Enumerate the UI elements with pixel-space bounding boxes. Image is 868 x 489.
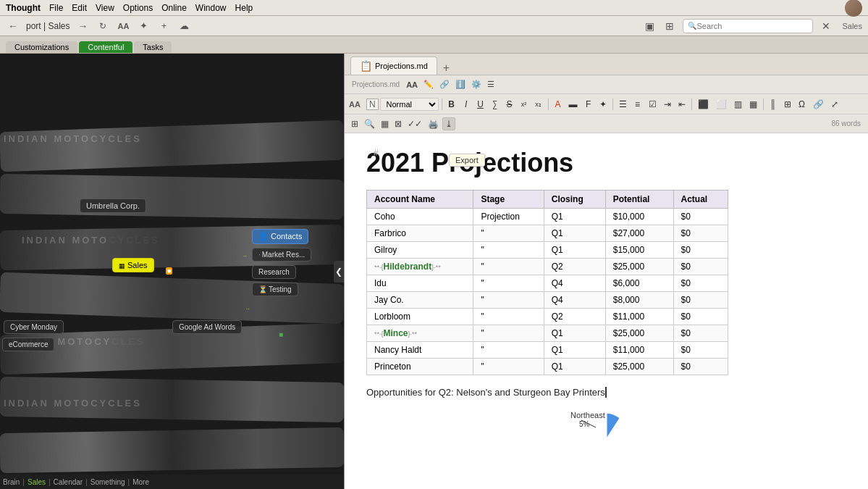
small-icon-1: ■ [279, 330, 283, 338]
expand-button[interactable]: ⤢ [828, 99, 841, 110]
search-clear-button[interactable]: ✕ [819, 19, 833, 33]
info-button[interactable]: ℹ️ [453, 79, 468, 90]
code-button[interactable]: ∑ [489, 99, 502, 110]
menu-online[interactable]: Online [161, 3, 187, 13]
outdent-button[interactable]: ⇤ [675, 99, 688, 110]
view-single-button[interactable]: ▣ [642, 19, 657, 33]
cell-actual: $0 [673, 342, 728, 359]
export-button[interactable]: ⤓ [442, 117, 455, 130]
tab-customizations[interactable]: Customizations [6, 41, 77, 53]
sync-button[interactable]: ☁ [177, 19, 191, 33]
node-testing[interactable]: ⏳Testing [252, 283, 298, 296]
cell-potential: $25,000 [605, 325, 673, 342]
notes-content[interactable]: # 2021 Projections Account Name Stage Cl… [345, 133, 868, 489]
search-box[interactable]: 🔍 [683, 19, 813, 33]
left-tab-something[interactable]: Something [90, 478, 125, 486]
node-ecommerce[interactable]: eCommerce [2, 338, 54, 351]
notes-tab-projections[interactable]: 📋 Projections.md [350, 57, 437, 75]
sidebar-toggle[interactable]: ❮ [334, 261, 344, 283]
align-center-button[interactable]: ⬜ [713, 99, 730, 110]
menu-button[interactable]: ☰ [485, 79, 497, 90]
align-right-button[interactable]: ▥ [731, 99, 745, 110]
checkbox-button[interactable]: ☑ [646, 99, 660, 110]
menu-window[interactable]: Window [195, 3, 227, 13]
search-input[interactable] [696, 22, 805, 30]
node-research[interactable]: Research [252, 265, 296, 279]
cell-closing: Q1 [544, 242, 605, 259]
font-aa-button[interactable]: AA [404, 80, 420, 90]
node-sales[interactable]: ▦Sales [112, 258, 154, 272]
italic-button[interactable]: I [460, 99, 473, 110]
node-contacts[interactable]: 👤Contacts [252, 229, 308, 244]
link2-button[interactable]: 🔗 [810, 99, 827, 110]
left-tab-more[interactable]: More [132, 478, 149, 486]
export-tooltip: Export [449, 154, 485, 167]
zoom-out-button[interactable]: + [156, 19, 171, 33]
align-left-button[interactable]: ⬛ [695, 99, 712, 110]
subscript-button[interactable]: x₂ [532, 100, 545, 109]
menu-file[interactable]: File [49, 3, 63, 13]
left-tab-sales[interactable]: Sales [28, 478, 46, 486]
menu-options[interactable]: Options [123, 3, 153, 13]
view-split-button[interactable]: ⊞ [662, 19, 677, 33]
font-f-button[interactable]: F [582, 99, 595, 110]
main-toolbar: ← port | Sales → ↻ AA ✦ + ☁ ▣ ⊞ 🔍 ✕ Sale… [0, 16, 868, 36]
ordered-list-button[interactable]: ≡ [631, 99, 644, 110]
table-row: Lorbloom " Q2 $11,000 $0 [367, 309, 728, 325]
link-button[interactable]: 🔗 [437, 79, 452, 90]
print-button[interactable]: 🖨️ [426, 118, 441, 130]
cell-actual: $0 [673, 309, 728, 325]
menu-help[interactable]: Help [235, 3, 253, 13]
add-tab-button[interactable]: + [440, 62, 452, 75]
cell-closing: Q1 [544, 342, 605, 359]
forward-button[interactable]: → [75, 19, 90, 33]
node-umbrella[interactable]: Umbrella Corp. [80, 198, 146, 213]
sales-badge: ■ [166, 267, 172, 275]
menu-edit[interactable]: Edit [72, 3, 87, 13]
indent-button[interactable]: ⇥ [661, 99, 674, 110]
back-button[interactable]: ← [6, 19, 20, 33]
projections-table: Account Name Stage Closing Potential Act… [366, 190, 728, 375]
bullet-list-button[interactable]: ☰ [616, 99, 630, 110]
col-stage: Stage [473, 191, 544, 209]
table-icon-button[interactable]: ⊞ [349, 118, 361, 130]
cell-closing: Q1 [544, 225, 605, 242]
zoom-in-button[interactable]: ✦ [136, 19, 151, 33]
bold-button[interactable]: B [445, 99, 458, 110]
highlight-button[interactable]: ▬ [566, 99, 581, 110]
node-cyber[interactable]: Cyber Monday [4, 320, 64, 334]
underline-button[interactable]: U [474, 99, 487, 110]
check2-button[interactable]: ✓✓ [405, 118, 424, 130]
style-select[interactable]: Normal Heading 1 Heading 2 [380, 98, 439, 111]
cell-account: Princeton [367, 359, 473, 375]
menu-view[interactable]: View [96, 3, 114, 13]
eraser-button[interactable]: ✦ [597, 99, 610, 110]
col-button[interactable]: ║ [767, 99, 780, 110]
tab-tasks[interactable]: Tasks [134, 41, 172, 53]
cell-potential: $27,000 [605, 225, 673, 242]
font-color-button[interactable]: A [552, 99, 565, 110]
cell-stage: " [473, 242, 544, 259]
strikethrough-button[interactable]: S [503, 99, 516, 110]
table-row: Princeton " Q1 $25,000 $0 [367, 359, 728, 375]
grid-button[interactable]: ▦ [379, 118, 391, 130]
search2-button[interactable]: 🔍 [362, 118, 377, 130]
superscript-button[interactable]: x² [518, 100, 531, 109]
left-tab-calendar[interactable]: Calendar [54, 478, 83, 486]
tab-contentful[interactable]: Contentful [79, 41, 132, 53]
grid2-button[interactable]: ⊠ [392, 118, 404, 130]
refresh-button[interactable]: ↻ [96, 19, 110, 33]
cell-account: Lorbloom [367, 309, 473, 325]
node-market[interactable]: ·Market Res... [252, 248, 311, 262]
settings-button[interactable]: ⚙️ [469, 79, 484, 90]
omega-button[interactable]: Ω [796, 99, 809, 110]
table-button[interactable]: ⊞ [781, 99, 794, 110]
font-size-button[interactable]: AA [116, 19, 130, 33]
cell-potential: $6,000 [605, 275, 673, 292]
cell-potential: $8,000 [605, 292, 673, 309]
cell-potential: $25,000 [605, 259, 673, 275]
node-google[interactable]: Google Ad Words [172, 320, 242, 334]
align-justify-button[interactable]: ▦ [746, 99, 760, 110]
edit-button[interactable]: ✏️ [421, 79, 436, 90]
left-tab-brain[interactable]: Brain [3, 478, 20, 486]
